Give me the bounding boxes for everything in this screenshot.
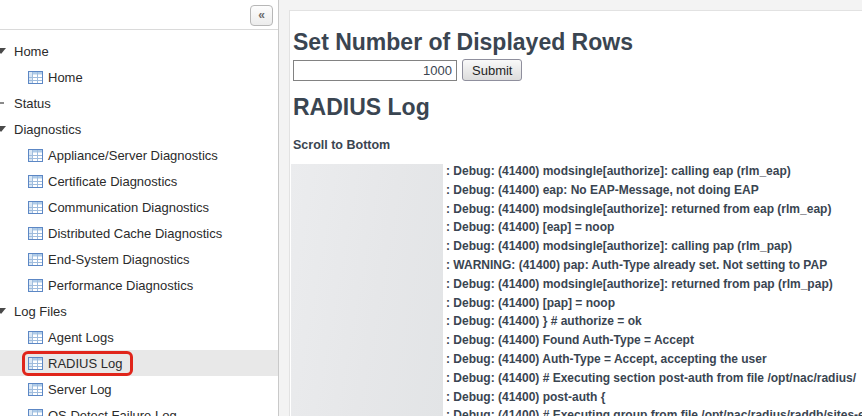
tree-item-server-log[interactable]: Server Log (0, 376, 278, 402)
tree-item-home[interactable]: Home (0, 64, 278, 90)
tree-label: Home (48, 70, 83, 85)
tree-label: OS Detect Failure Log (48, 408, 177, 416)
tree-label: Communication Diagnostics (48, 200, 209, 215)
tree-item-certificate-diagnostics[interactable]: Certificate Diagnostics (0, 168, 278, 194)
tree-label: RADIUS Log (48, 356, 122, 371)
table-icon (28, 409, 43, 416)
tree-label: Distributed Cache Diagnostics (48, 226, 222, 241)
sidebar-header: « (0, 0, 278, 30)
log-line: : Debug: (41400) eap: No EAP-Message, no… (290, 181, 862, 200)
tree-section-log-files[interactable]: Log Files (0, 298, 278, 324)
table-icon (28, 357, 43, 370)
log-line: : Debug: (41400) } # authorize = ok (290, 312, 862, 331)
displayed-rows-input[interactable] (293, 60, 457, 81)
annotation-red-box: RADIUS Log (22, 351, 133, 376)
tree-label: Home (14, 44, 49, 59)
tree-item-radius-log[interactable]: RADIUS Log (0, 350, 278, 376)
tree-label: Status (14, 96, 51, 111)
table-icon (28, 227, 43, 240)
table-icon (28, 175, 43, 188)
expand-toggle-icon[interactable] (0, 102, 4, 104)
expand-toggle-icon[interactable] (0, 308, 6, 314)
table-icon (28, 279, 43, 292)
tree-item-end-system-diagnostics[interactable]: End-System Diagnostics (0, 246, 278, 272)
log-line: : Debug: (41400) modsingle[authorize]: r… (290, 200, 862, 219)
tree-item-os-detect-failure-log[interactable]: OS Detect Failure Log (0, 402, 278, 416)
app-window: « Home Home Status (0, 0, 862, 416)
log-line-partial: : Debug: (41400) # Executing group from … (290, 406, 862, 416)
log-line: : Debug: (41400) modsingle[authorize]: r… (290, 275, 862, 294)
log-output: : Debug: (41400) modsingle[authorize]: c… (290, 162, 862, 416)
table-icon (28, 149, 43, 162)
scroll-to-bottom-link[interactable]: Scroll to Bottom (293, 138, 390, 152)
log-line: : Debug: (41400) Auth-Type = Accept, acc… (290, 350, 862, 369)
table-icon (28, 331, 43, 344)
main-content-panel: Set Number of Displayed Rows Submit RADI… (289, 10, 862, 416)
tree-label: End-System Diagnostics (48, 252, 190, 267)
submit-button[interactable]: Submit (462, 59, 522, 81)
tree-label: Diagnostics (14, 122, 81, 137)
tree-label: Appliance/Server Diagnostics (48, 148, 218, 163)
tree-label: Certificate Diagnostics (48, 174, 177, 189)
expand-toggle-icon[interactable] (0, 48, 6, 54)
tree-label: Server Log (48, 382, 112, 397)
expand-toggle-icon[interactable] (0, 126, 6, 132)
table-icon (28, 253, 43, 266)
tree-item-agent-logs[interactable]: Agent Logs (0, 324, 278, 350)
navigation-tree: Home Home Status Diagnostics (0, 30, 278, 416)
tree-label: Performance Diagnostics (48, 278, 193, 293)
tree-item-distributed-cache-diagnostics[interactable]: Distributed Cache Diagnostics (0, 220, 278, 246)
tree-item-performance-diagnostics[interactable]: Performance Diagnostics (0, 272, 278, 298)
navigation-sidebar: « Home Home Status (0, 0, 279, 416)
log-line: : Debug: (41400) modsingle[authorize]: c… (290, 237, 862, 256)
table-icon (28, 201, 43, 214)
log-line: : Debug: (41400) Found Auth-Type = Accep… (290, 331, 862, 350)
tree-section-status[interactable]: Status (0, 90, 278, 116)
tree-section-diagnostics[interactable]: Diagnostics (0, 116, 278, 142)
log-line: : WARNING: (41400) pap: Auth-Type alread… (290, 256, 862, 275)
page-title-radius-log: RADIUS Log (293, 94, 430, 121)
tree-section-home[interactable]: Home (0, 38, 278, 64)
tree-label: Agent Logs (48, 330, 114, 345)
sidebar-collapse-button[interactable]: « (250, 5, 273, 26)
tree-label: Log Files (14, 304, 67, 319)
log-line: : Debug: (41400) [eap] = noop (290, 218, 862, 237)
table-icon (28, 71, 43, 84)
log-line: : Debug: (41400) # Executing section pos… (290, 369, 862, 388)
tree-item-communication-diagnostics[interactable]: Communication Diagnostics (0, 194, 278, 220)
log-line: : Debug: (41400) modsingle[authorize]: c… (290, 162, 862, 181)
page-title-set-rows: Set Number of Displayed Rows (293, 29, 633, 56)
table-icon (28, 383, 43, 396)
log-line: : Debug: (41400) post-auth { (290, 388, 862, 407)
log-line: : Debug: (41400) [pap] = noop (290, 294, 862, 313)
tree-item-appliance-server-diagnostics[interactable]: Appliance/Server Diagnostics (0, 142, 278, 168)
